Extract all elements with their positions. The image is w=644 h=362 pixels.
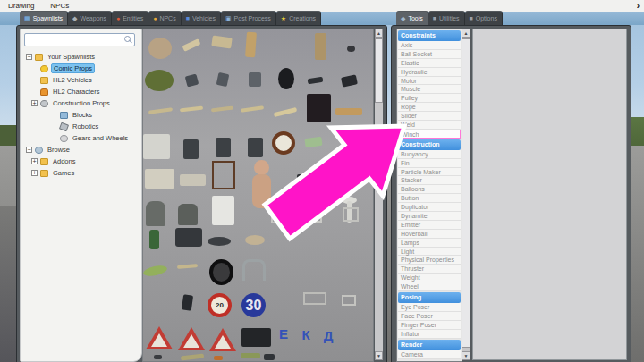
- tool-list-scrollbar[interactable]: ▲▼: [462, 29, 470, 360]
- prop-railing-2[interactable]: [304, 209, 322, 223]
- prop-debris-2[interactable]: [181, 354, 204, 361]
- tool-item-weight[interactable]: Weight: [398, 274, 461, 282]
- prop-gravestone-1[interactable]: [146, 201, 165, 226]
- prop-railing-3[interactable]: [343, 207, 359, 222]
- tool-item-thruster[interactable]: Thruster: [398, 265, 461, 274]
- sidebar-item-gears-and-wheels[interactable]: Gears and Wheels: [22, 132, 140, 144]
- prop-black-bag[interactable]: [278, 68, 294, 89]
- tool-item-finger-poser[interactable]: Finger Poser: [398, 321, 461, 330]
- tool-item-slider[interactable]: Slider: [398, 112, 461, 121]
- prop-cash-register[interactable]: [143, 134, 170, 159]
- prop-warning-sign-1-face[interactable]: [151, 333, 167, 347]
- prop-debris-4[interactable]: [241, 353, 260, 358]
- prop-spine[interactable]: [245, 32, 257, 58]
- prop-bird[interactable]: [347, 46, 355, 52]
- prop-scanner[interactable]: [180, 174, 206, 186]
- menu-overflow-chevron-icon[interactable]: ›: [637, 0, 640, 12]
- prop-debris-3[interactable]: [214, 356, 223, 360]
- prop-computer[interactable]: [145, 169, 174, 189]
- sidebar-item-robotics[interactable]: Robotics: [22, 121, 140, 132]
- tool-item-eye-poser[interactable]: Eye Poser: [398, 303, 461, 312]
- prop-railing-1[interactable]: [271, 209, 291, 223]
- prop-glasses[interactable]: [308, 77, 324, 84]
- prop-skeleton-legs[interactable]: [315, 33, 326, 60]
- scroll-down-icon[interactable]: ▼: [462, 351, 470, 360]
- prop-dollar-bill[interactable]: [304, 137, 322, 148]
- scroll-up-icon[interactable]: ▲: [462, 29, 470, 38]
- prop-bench[interactable]: [335, 108, 362, 115]
- sidebar-item-addons[interactable]: +Addons: [22, 156, 140, 167]
- tool-item-balloons[interactable]: Balloons: [398, 185, 461, 194]
- collapse-icon[interactable]: −: [26, 54, 32, 60]
- prop-office-chair-1[interactable]: [183, 139, 199, 159]
- prop-crow[interactable]: [182, 294, 193, 310]
- prop-stick-3[interactable]: [211, 105, 233, 112]
- sidebar-item-games[interactable]: +Games: [22, 167, 140, 179]
- prop-stick-2[interactable]: [180, 106, 203, 113]
- scroll-down-icon[interactable]: ▼: [375, 351, 383, 360]
- expand-icon[interactable]: +: [31, 170, 38, 176]
- tool-item-buoyancy[interactable]: Buoyancy: [398, 150, 461, 159]
- prop-tire[interactable]: [209, 259, 233, 285]
- prop-warning-sign-2-face[interactable]: [183, 334, 199, 348]
- tool-item-duplicator[interactable]: Duplicator: [398, 203, 461, 212]
- tool-item-rope[interactable]: Rope: [398, 103, 461, 112]
- tool-item-weld[interactable]: Weld: [398, 121, 461, 130]
- prop-ruler[interactable]: [274, 107, 297, 117]
- tab-vehicles[interactable]: ■Vehicles: [182, 11, 221, 25]
- tool-item-hoverball[interactable]: Hoverball: [398, 230, 461, 239]
- scroll-up-icon[interactable]: ▲: [375, 29, 383, 38]
- tool-item-elastic[interactable]: Elastic: [398, 59, 461, 68]
- prop-stick-4[interactable]: [241, 105, 264, 113]
- prop-letter-d[interactable]: Д: [321, 329, 335, 342]
- prop-letter-e[interactable]: Е: [276, 327, 291, 341]
- sidebar-item-your-spawnlists[interactable]: −Your Spawnlists: [22, 51, 140, 63]
- prop-bones[interactable]: [211, 36, 232, 49]
- prop-washing-machine[interactable]: [212, 196, 234, 225]
- prop-green-bottle[interactable]: [149, 230, 159, 249]
- tool-item-stacker[interactable]: Stacker: [398, 176, 461, 185]
- tool-item-button[interactable]: Button: [398, 194, 461, 203]
- tool-item-pulley[interactable]: Pulley: [398, 94, 461, 103]
- prop-wood-frame[interactable]: [212, 161, 235, 189]
- tool-item-winch[interactable]: Winch: [398, 130, 461, 139]
- prop-debris-5[interactable]: [264, 354, 275, 360]
- prop-letter-k[interactable]: К: [299, 328, 313, 341]
- tab-options[interactable]: ■Options: [465, 11, 503, 25]
- expand-icon[interactable]: +: [31, 100, 38, 106]
- tool-item-light[interactable]: Light: [398, 248, 461, 257]
- prop-gravestone-2[interactable]: [178, 204, 198, 225]
- tool-item-dynamite[interactable]: Dynamite: [398, 212, 461, 221]
- prop-railing-5[interactable]: [342, 295, 356, 306]
- prop-metal-shard-3[interactable]: [249, 72, 261, 87]
- prop-office-chair-2[interactable]: [216, 138, 231, 157]
- prop-metal-shard-2[interactable]: [216, 72, 230, 87]
- tool-item-camera[interactable]: Camera: [398, 350, 461, 359]
- prop-bone[interactable]: [182, 38, 200, 52]
- tab-npcs[interactable]: ●NPCs: [148, 11, 182, 25]
- tool-item-axis[interactable]: Axis: [398, 41, 461, 50]
- prop-frying-pan[interactable]: [208, 237, 231, 246]
- prop-green-gib[interactable]: [145, 70, 174, 91]
- prop-stick-1[interactable]: [148, 107, 173, 114]
- prop-pot[interactable]: [175, 228, 202, 247]
- prop-melon-slice[interactable]: [142, 264, 167, 277]
- tab-utilities[interactable]: ■Utilities: [428, 11, 465, 25]
- tool-item-motor[interactable]: Motor: [398, 77, 461, 86]
- prop-metal-shard-1[interactable]: [185, 74, 199, 88]
- tool-item-wheel[interactable]: Wheel: [398, 282, 461, 291]
- sidebar-item-hl2-vehicles[interactable]: HL2 Vehicles: [22, 74, 140, 86]
- prop-dark-prop[interactable]: [297, 174, 306, 188]
- sidebar-item-blocks[interactable]: Blocks: [22, 109, 140, 121]
- prop-pipe-arch[interactable]: [242, 259, 266, 281]
- prop-stick-5[interactable]: [177, 264, 198, 269]
- expand-icon[interactable]: +: [31, 158, 38, 164]
- tool-item-fin[interactable]: Fin: [398, 159, 461, 168]
- tab-entities[interactable]: ●Entities: [112, 11, 148, 25]
- prop-plate[interactable]: [245, 235, 265, 245]
- prop-grid-scrollbar[interactable]: ▲▼: [375, 29, 383, 360]
- tab-creations[interactable]: ★Creations: [276, 11, 321, 25]
- tool-item-hydraulic[interactable]: Hydraulic: [398, 68, 461, 77]
- prop-sign-30[interactable]: 30: [242, 293, 266, 317]
- prop-warning-sign-3-face[interactable]: [215, 335, 231, 349]
